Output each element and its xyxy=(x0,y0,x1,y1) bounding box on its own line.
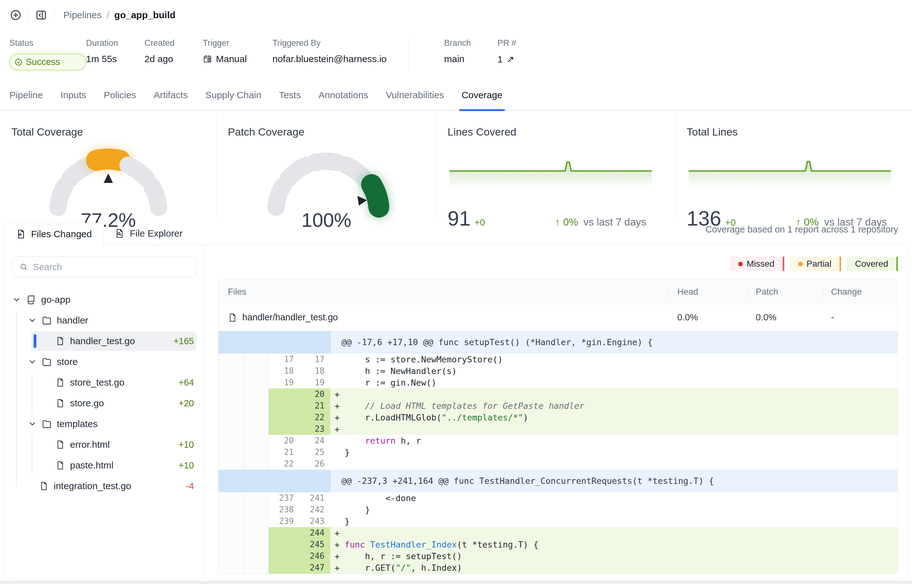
folder-icon xyxy=(42,419,52,429)
collapse-panel-icon[interactable] xyxy=(35,9,47,21)
tree-item-label: go-app xyxy=(41,294,70,305)
coverage-strip xyxy=(244,423,268,435)
tab-vulnerabilities[interactable]: Vulnerabilities xyxy=(386,82,444,110)
patch-coverage-title: Patch Coverage xyxy=(228,126,425,138)
tree-item-label: handler xyxy=(57,315,88,326)
tab-inputs[interactable]: Inputs xyxy=(61,82,86,110)
change-count: +64 xyxy=(179,378,194,388)
search-input[interactable] xyxy=(33,262,189,272)
duration-value: 1m 55s xyxy=(86,54,144,64)
coverage-strip xyxy=(218,446,244,458)
tree-item-handler-test-go[interactable]: handler_test.go+165 xyxy=(32,331,196,351)
coverage-strip xyxy=(218,365,244,377)
coverage-strip xyxy=(218,435,244,446)
diff-line: 1818 h := NewHandler(s) xyxy=(218,365,897,377)
tree-item-label: templates xyxy=(57,418,98,429)
tree-item-integration-test-go[interactable]: integration_test.go-4 xyxy=(12,476,196,496)
hunk-header-1: @@ -237,3 +241,164 @@ func TestHandler_C… xyxy=(218,470,897,492)
tree-item-store[interactable]: store xyxy=(12,352,196,372)
diff-line: 237241 <-done xyxy=(218,492,897,504)
tree-item-label: handler_test.go xyxy=(70,336,135,346)
breadcrumb-pipelines[interactable]: Pipelines xyxy=(63,10,102,20)
triggered-by-value: nofar.bluestein@harness.io xyxy=(272,54,386,64)
coverage-strip xyxy=(218,458,244,470)
tree-item-go-app[interactable]: go-app xyxy=(12,290,196,309)
change-count: -4 xyxy=(186,481,194,491)
pipeline-tabs: PipelineInputsPoliciesArtifactsSupply Ch… xyxy=(0,82,912,111)
tree-item-label: store xyxy=(57,357,78,367)
page-bottom-strip xyxy=(0,581,912,584)
file-row-handler-test[interactable]: handler/handler_test.go 0.0% 0.0% - xyxy=(218,304,897,331)
tab-tests[interactable]: Tests xyxy=(279,82,301,110)
tree-item-store-go[interactable]: store.go+20 xyxy=(32,394,196,413)
coverage-strip xyxy=(218,412,244,423)
tree-item-paste-html[interactable]: paste.html+10 xyxy=(32,456,196,475)
column-change: Change xyxy=(823,287,897,297)
created-value: 2d ago xyxy=(144,54,203,64)
legend-dot-icon xyxy=(738,262,743,267)
tab-file-explorer[interactable]: File Explorer xyxy=(103,223,194,244)
diff-line: 22+ r.LoadHTMLGlob("../templates/*") xyxy=(218,412,897,423)
coverage-strip xyxy=(218,388,244,400)
change-count: +10 xyxy=(179,460,194,471)
check-circle-icon xyxy=(15,58,23,66)
chevron-down-icon[interactable] xyxy=(28,420,37,428)
tab-coverage[interactable]: Coverage xyxy=(462,82,503,110)
legend-dot-icon xyxy=(798,262,803,267)
tree-item-store-test-go[interactable]: store_test.go+64 xyxy=(32,373,196,392)
coverage-strip xyxy=(218,515,244,527)
coverage-strip xyxy=(244,412,268,423)
chevron-down-icon[interactable] xyxy=(28,357,37,366)
coverage-strip xyxy=(218,550,244,562)
selected-indicator xyxy=(34,334,36,348)
status-value: Success xyxy=(26,57,60,67)
tree-item-templates[interactable]: templates xyxy=(12,414,196,434)
change-count: +10 xyxy=(179,439,194,450)
folder-icon xyxy=(42,315,52,325)
diff-line: 247+ r.GET("/", h.Index) xyxy=(218,562,897,573)
status-badge: Success xyxy=(10,54,86,70)
tree-item-handler[interactable]: handler xyxy=(12,311,196,330)
change-count: +20 xyxy=(179,398,194,409)
head-coverage-value: 0.0% xyxy=(669,312,747,323)
tab-annotations[interactable]: Annotations xyxy=(319,82,368,110)
file-diff-icon xyxy=(16,229,26,239)
folder-icon xyxy=(42,357,52,367)
tab-supply-chain[interactable]: Supply Chain xyxy=(205,82,261,110)
branch-value: main xyxy=(444,54,497,64)
total-lines-card: Total Lines 136+0 ↑ 0% vs last 7 days xyxy=(675,115,912,219)
files-table-header: Files Head Patch Change xyxy=(218,279,897,304)
tab-files-changed[interactable]: Files Changed xyxy=(5,223,103,245)
coverage-strip xyxy=(244,400,268,412)
chevron-down-icon[interactable] xyxy=(12,295,21,304)
execution-meta-row: Status Success Duration 1m 55s Created 2… xyxy=(0,30,912,82)
file-icon xyxy=(55,378,65,387)
diff-pane: MissedPartialCovered Files Head Patch Ch… xyxy=(204,245,907,579)
coverage-strip xyxy=(244,388,268,400)
breadcrumb-current-pipeline: go_app_build xyxy=(114,10,175,20)
lines-covered-sparkline xyxy=(448,156,664,194)
file-icon xyxy=(39,481,49,491)
diff-line: 20+ xyxy=(218,388,897,400)
chevron-down-icon[interactable] xyxy=(28,316,37,325)
status-label: Status xyxy=(10,38,86,48)
legend-missed[interactable]: Missed xyxy=(730,257,784,271)
coverage-strip xyxy=(218,423,244,435)
change-value: - xyxy=(823,312,897,323)
tree-item-error-html[interactable]: error.html+10 xyxy=(32,435,196,454)
lines-covered-title: Lines Covered xyxy=(448,126,664,138)
diff-line: 1717 s := store.NewMemoryStore() xyxy=(218,354,897,365)
legend-partial[interactable]: Partial xyxy=(790,257,841,271)
panel-tabs-row: Files Changed File Explorer Coverage bas… xyxy=(5,222,907,244)
pr-link[interactable]: 1↗ xyxy=(497,54,516,65)
coverage-panel: go-apphandlerhandler_test.go+165storesto… xyxy=(5,244,907,580)
legend-covered[interactable]: Covered xyxy=(847,257,898,271)
coverage-strip xyxy=(244,539,268,550)
tree-item-label: store_test.go xyxy=(70,377,124,388)
coverage-legend: MissedPartialCovered xyxy=(218,257,898,271)
tab-artifacts[interactable]: Artifacts xyxy=(154,82,188,110)
diff-line: 244+ xyxy=(218,527,897,539)
tab-pipeline[interactable]: Pipeline xyxy=(10,82,43,110)
history-add-icon[interactable] xyxy=(10,9,22,21)
tab-policies[interactable]: Policies xyxy=(103,82,136,110)
